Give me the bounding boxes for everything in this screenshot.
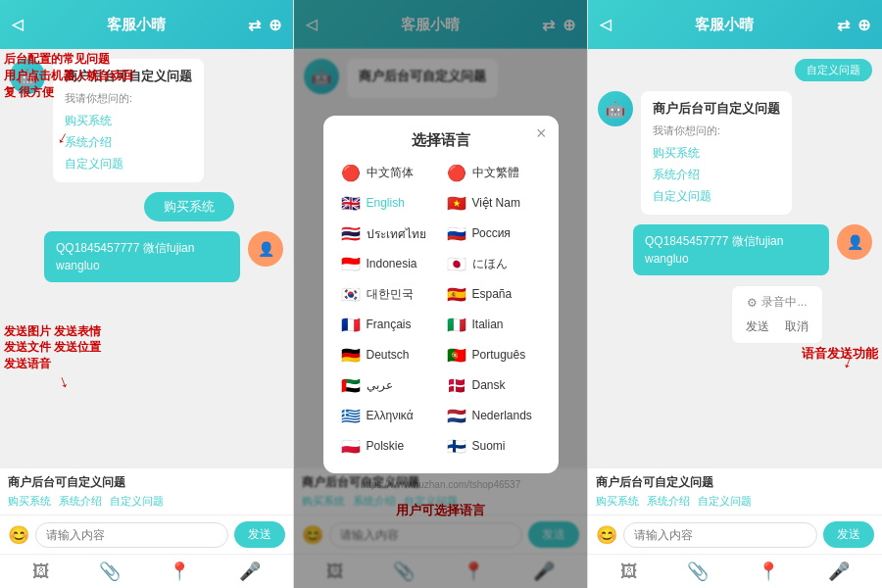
panel1-quick-1[interactable]: 购买系统	[8, 494, 51, 509]
panel-2: ◁ 客服小晴 ⇄ ⊕ 🤖 商户后台可自定义问题 商户后台可自定义问题 购买系统 …	[294, 0, 588, 588]
lang-item-14[interactable]: 🇦🇪عربي	[339, 374, 437, 397]
lang-name-1: 中文繁體	[472, 165, 519, 181]
lang-item-6[interactable]: 🇮🇩Indonesia	[339, 253, 437, 275]
panel1-user-msg: 👤 QQ1845457777 微信fujian wangluo	[10, 231, 283, 282]
panel3-bot-msg: 🤖 商户后台可自定义问题 我请你想问的: 购买系统 系统介绍 自定义问题	[598, 91, 872, 215]
panel3-header: ◁ 客服小晴 ⇄ ⊕	[588, 0, 882, 49]
lang-name-17: Nederlands	[472, 409, 532, 422]
panel1-image-icon[interactable]: 🖼	[32, 562, 50, 582]
panel1-item-1[interactable]: 购买系统	[65, 110, 192, 131]
lang-item-15[interactable]: 🇩🇰Dansk	[445, 374, 543, 397]
lang-flag-9: 🇪🇸	[447, 285, 466, 304]
panel3-emoji-icon[interactable]: 😊	[596, 524, 617, 546]
panel2-dialog-overlay: 选择语言 × 🔴中文简体🔴中文繁體🇬🇧English🇻🇳Việt Nam🇹🇭ปร…	[294, 0, 587, 588]
panel3-mic-icon[interactable]: 🎤	[828, 561, 850, 582]
panel3-header-icons: ⇄ ⊕	[837, 16, 870, 34]
lang-flag-7: 🇯🇵	[447, 255, 466, 273]
lang-name-9: España	[472, 287, 513, 301]
panel1-send-btn[interactable]: 发送	[234, 521, 285, 548]
lang-item-5[interactable]: 🇷🇺Россия	[445, 222, 543, 245]
lang-name-19: Suomi	[472, 439, 506, 453]
lang-item-2[interactable]: 🇬🇧English	[339, 192, 437, 215]
panel1-location-icon[interactable]: 📍	[169, 561, 190, 582]
lang-name-2: English	[367, 196, 405, 210]
panel1-quick-3[interactable]: 自定义问题	[110, 494, 164, 509]
panel1-settings-icon[interactable]: ⊕	[269, 16, 281, 34]
lang-name-12: Deutsch	[367, 348, 410, 362]
lang-item-18[interactable]: 🇵🇱Polskie	[339, 435, 437, 458]
panel3-quick-2[interactable]: 系统介绍	[647, 494, 690, 509]
panel1-item-2[interactable]: 系统介绍	[65, 131, 192, 153]
panel3-send-btn[interactable]: 发送	[823, 521, 874, 548]
panel3-file-icon[interactable]: 📎	[687, 561, 709, 582]
panel3-custom-top-btn[interactable]: 自定义问题	[795, 59, 872, 81]
lang-flag-15: 🇩🇰	[447, 376, 466, 395]
panel3-icons-row: 🖼 📎 📍 🎤	[588, 554, 882, 588]
panel1-question-prompt: 我请你想问的:	[65, 90, 192, 107]
lang-name-5: Россия	[472, 226, 511, 240]
panel2-close-btn[interactable]: ×	[536, 123, 547, 144]
panel3-back-icon[interactable]: ◁	[600, 16, 612, 33]
lang-item-8[interactable]: 🇰🇷대한민국	[339, 283, 437, 306]
lang-item-3[interactable]: 🇻🇳Việt Nam	[445, 192, 543, 215]
lang-item-12[interactable]: 🇩🇪Deutsch	[339, 344, 437, 367]
panel3-recording-icon: ⚙	[747, 296, 758, 310]
panel3-user-avatar: 👤	[837, 224, 872, 260]
lang-name-7: にほん	[472, 256, 508, 272]
panel1-bot-avatar-1: 🤖	[10, 59, 45, 94]
lang-name-14: عربي	[367, 378, 393, 392]
lang-item-7[interactable]: 🇯🇵にほん	[445, 253, 543, 275]
lang-name-4: ประเทศไทย	[367, 224, 426, 243]
panel1-item-3[interactable]: 自定义问题	[65, 153, 192, 174]
panel1-user-bubble: QQ1845457777 微信fujian wangluo	[44, 231, 240, 282]
lang-item-16[interactable]: 🇬🇷Ελληνικά	[339, 405, 437, 427]
panel3-title: 客服小晴	[695, 16, 754, 34]
lang-flag-0: 🔴	[341, 164, 361, 182]
panel3-input[interactable]	[623, 522, 817, 548]
panel1-input[interactable]	[35, 522, 228, 548]
lang-item-19[interactable]: 🇫🇮Suomi	[445, 435, 543, 458]
lang-item-1[interactable]: 🔴中文繁體	[445, 162, 543, 184]
lang-flag-4: 🇹🇭	[341, 224, 361, 243]
lang-flag-2: 🇬🇧	[341, 194, 361, 213]
panel3-recording-send-btn[interactable]: 发送	[746, 318, 769, 335]
panel1-buy-btn[interactable]: 购买系统	[144, 192, 234, 221]
panel1-file-icon[interactable]: 📎	[99, 561, 121, 582]
panel2-lang-dialog: 选择语言 × 🔴中文简体🔴中文繁體🇬🇧English🇻🇳Việt Nam🇹🇭ปร…	[323, 116, 559, 473]
panel3-item-1[interactable]: 购买系统	[653, 142, 780, 164]
lang-flag-1: 🔴	[447, 164, 466, 182]
lang-item-0[interactable]: 🔴中文简体	[339, 162, 437, 184]
lang-flag-19: 🇫🇮	[447, 437, 466, 456]
panel3-translate-icon[interactable]: ⇄	[837, 16, 850, 34]
panel3-quick-1[interactable]: 购买系统	[596, 494, 639, 509]
lang-flag-8: 🇰🇷	[341, 285, 361, 304]
lang-flag-10: 🇫🇷	[341, 316, 361, 334]
panel1-mic-icon[interactable]: 🎤	[239, 561, 261, 582]
lang-item-11[interactable]: 🇮🇹Italian	[445, 314, 543, 336]
lang-flag-13: 🇵🇹	[447, 346, 466, 365]
panel1-quick-row: 购买系统 系统介绍 自定义问题	[8, 494, 285, 509]
panel-3: ◁ 客服小晴 ⇄ ⊕ 自定义问题 🤖 商户后台可自定义问题 我请你想问的: 购买…	[588, 0, 882, 588]
panel3-bot-bubble: 商户后台可自定义问题 我请你想问的: 购买系统 系统介绍 自定义问题	[641, 91, 792, 215]
panel3-location-icon[interactable]: 📍	[758, 561, 779, 582]
panel1-translate-icon[interactable]: ⇄	[248, 16, 261, 34]
panel3-settings-icon[interactable]: ⊕	[858, 16, 870, 34]
panel1-back-icon[interactable]: ◁	[12, 16, 24, 33]
panel3-recording-cancel-btn[interactable]: 取消	[785, 318, 808, 335]
lang-item-17[interactable]: 🇳🇱Nederlands	[445, 405, 543, 427]
lang-item-13[interactable]: 🇵🇹Português	[445, 344, 543, 367]
lang-item-10[interactable]: 🇫🇷Français	[339, 314, 437, 336]
lang-flag-17: 🇳🇱	[447, 407, 466, 425]
panel3-quick-3[interactable]: 自定义问题	[698, 494, 752, 509]
panel1-emoji-icon[interactable]: 😊	[8, 524, 29, 546]
panel3-item-2[interactable]: 系统介绍	[653, 164, 780, 185]
lang-item-9[interactable]: 🇪🇸España	[445, 283, 543, 306]
lang-flag-12: 🇩🇪	[341, 346, 361, 365]
panel3-item-3[interactable]: 自定义问题	[653, 185, 780, 207]
panel1-quick-2[interactable]: 系统介绍	[59, 494, 102, 509]
panel3-image-icon[interactable]: 🖼	[620, 562, 638, 582]
panel1-bot-title-1: 商户后台可自定义问题	[65, 67, 192, 86]
lang-name-16: Ελληνικά	[367, 409, 414, 422]
lang-name-10: Français	[367, 318, 412, 331]
lang-item-4[interactable]: 🇹🇭ประเทศไทย	[339, 222, 437, 245]
